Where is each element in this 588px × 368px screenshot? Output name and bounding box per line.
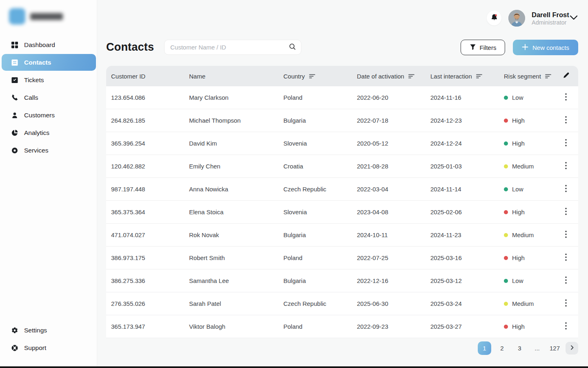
- row-actions-button[interactable]: [554, 116, 578, 125]
- risk-label: High: [512, 323, 525, 330]
- country-cell: Bulgaria: [278, 117, 352, 124]
- country-cell: Czech Republic: [278, 300, 352, 307]
- sidebar-item-services[interactable]: Services: [0, 141, 97, 159]
- search-box: [164, 40, 301, 55]
- pagination-page-2[interactable]: 2: [495, 341, 509, 355]
- row-actions-button[interactable]: [554, 276, 578, 285]
- row-actions-button[interactable]: [554, 299, 578, 308]
- bottom-edge-strip: [0, 366, 588, 368]
- company-logo-icon: [9, 8, 25, 25]
- row-actions-button[interactable]: [554, 322, 578, 331]
- activation-date-cell: 2022-12-16: [352, 277, 425, 284]
- pagination-page-127[interactable]: 127: [548, 341, 561, 355]
- row-actions-button[interactable]: [554, 254, 578, 262]
- risk-label: Medium: [512, 163, 534, 170]
- pagination-page-1[interactable]: 1: [478, 341, 491, 355]
- column-header-last-interaction[interactable]: Last interaction: [425, 73, 499, 80]
- notifications-button[interactable]: [487, 11, 501, 25]
- activation-date-cell: 2023-04-08: [352, 209, 425, 215]
- pagination-page-3[interactable]: 3: [513, 341, 526, 355]
- sidebar-item-contacts[interactable]: Contacts: [0, 54, 97, 71]
- row-actions-button[interactable]: [554, 162, 578, 171]
- table-row[interactable]: 365.396.254David KimSlovenia2020-05-1220…: [106, 132, 578, 155]
- risk-segment-cell: Medium: [499, 163, 554, 170]
- row-actions-button[interactable]: [554, 93, 578, 102]
- risk-segment-cell: High: [499, 323, 554, 330]
- risk-segment-cell: High: [499, 209, 554, 215]
- risk-dot-green: [504, 141, 508, 146]
- last-interaction-cell: 2024-11-23: [425, 231, 499, 238]
- table-row[interactable]: 120.462.882Emily ChenCroatia2021-08-2820…: [106, 155, 578, 178]
- kebab-icon: [565, 276, 567, 285]
- sidebar-item-calls[interactable]: Calls: [0, 89, 97, 106]
- risk-dot-red: [504, 256, 508, 260]
- risk-segment-cell: Medium: [499, 231, 554, 238]
- customer-id-cell: 365.173.947: [106, 323, 184, 330]
- app-window: DashboardContactsTicketsCallsCustomersAn…: [0, 0, 588, 368]
- customer-id-cell: 386.973.175: [106, 254, 184, 261]
- column-header-risk-segment[interactable]: Risk segment: [499, 73, 554, 80]
- pagination-next-button[interactable]: [566, 342, 578, 355]
- chevron-down-icon: [569, 15, 578, 22]
- country-cell: Slovenia: [278, 140, 352, 147]
- nav-item-label: Contacts: [24, 59, 51, 66]
- risk-label: Low: [512, 277, 523, 284]
- table-row[interactable]: 365.173.947Viktor BaloghPoland2022-09-23…: [106, 315, 578, 338]
- sidebar-item-support[interactable]: Support: [0, 339, 97, 357]
- filters-button[interactable]: Filters: [461, 40, 505, 55]
- column-header-country[interactable]: Country: [278, 73, 352, 80]
- sidebar-item-analytics[interactable]: Analytics: [0, 124, 97, 141]
- kebab-icon: [565, 116, 567, 125]
- table-row[interactable]: 386.275.336Samantha LeeBulgaria2022-12-1…: [106, 269, 578, 292]
- name-cell: Sarah Patel: [184, 300, 278, 307]
- row-actions-button[interactable]: [554, 139, 578, 148]
- search-input[interactable]: [170, 44, 289, 51]
- sort-icon: [476, 74, 483, 79]
- last-interaction-cell: 2024-12-23: [425, 117, 499, 124]
- row-actions-button[interactable]: [554, 185, 578, 193]
- column-header-date-of-activation[interactable]: Date of activation: [352, 73, 425, 80]
- column-header-edit[interactable]: [554, 72, 578, 80]
- pagination: 123...127: [474, 341, 578, 355]
- nav-item-label: Dashboard: [24, 41, 55, 49]
- risk-segment-cell: High: [499, 254, 554, 261]
- activation-date-cell: 2024-10-11: [352, 231, 425, 238]
- user-avatar[interactable]: [508, 10, 525, 27]
- table-row[interactable]: 386.973.175Robert SmithPoland2022-07-252…: [106, 247, 578, 269]
- table-row[interactable]: 276.355.026Sarah PatelCzech Republic2025…: [106, 292, 578, 315]
- name-cell: Samantha Lee: [184, 277, 278, 284]
- last-interaction-cell: 2025-01-03: [425, 163, 499, 170]
- user-menu-chevron[interactable]: [569, 15, 578, 22]
- country-cell: Poland: [278, 254, 352, 261]
- column-header-label: Risk segment: [504, 73, 541, 80]
- name-cell: David Kim: [184, 140, 278, 147]
- new-contacts-button[interactable]: New contacts: [513, 40, 578, 55]
- user-name: Darell Frost: [532, 11, 569, 19]
- sidebar-item-dashboard[interactable]: Dashboard: [0, 36, 97, 54]
- risk-segment-cell: High: [499, 140, 554, 147]
- new-contacts-button-label: New contacts: [532, 44, 569, 51]
- sidebar-footer-nav: SettingsSupport: [0, 321, 97, 357]
- row-actions-button[interactable]: [554, 208, 578, 216]
- sidebar-item-tickets[interactable]: Tickets: [0, 71, 97, 89]
- table-row[interactable]: 471.074.027Rok NovakBulgaria2024-10-1120…: [106, 224, 578, 247]
- activation-date-cell: 2021-08-28: [352, 163, 425, 170]
- sidebar-item-customers[interactable]: Customers: [0, 106, 97, 124]
- table-row[interactable]: 987.197.448Anna NowickaCzech Republic202…: [106, 178, 578, 201]
- customer-id-cell: 123.654.086: [106, 94, 184, 101]
- table-row[interactable]: 264.826.185Michael ThompsonBulgaria2022-…: [106, 109, 578, 132]
- table-row[interactable]: 123.654.086Mary ClarksonPoland2022-06-20…: [106, 86, 578, 109]
- activation-date-cell: 2022-03-04: [352, 186, 425, 193]
- table-row[interactable]: 365.375.364Elena StoicaSlovenia2023-04-0…: [106, 201, 578, 224]
- customer-id-cell: 365.396.254: [106, 140, 184, 147]
- name-cell: Michael Thompson: [184, 117, 278, 124]
- kebab-icon: [565, 162, 567, 171]
- company-logo: [9, 8, 63, 25]
- user-role: Administrator: [532, 19, 566, 26]
- sidebar-item-settings[interactable]: Settings: [0, 321, 97, 339]
- row-actions-button[interactable]: [554, 231, 578, 239]
- last-interaction-cell: 2025-03-12: [425, 277, 499, 284]
- contacts-icon: [11, 58, 18, 66]
- risk-label: High: [512, 209, 525, 215]
- kebab-icon: [565, 185, 567, 193]
